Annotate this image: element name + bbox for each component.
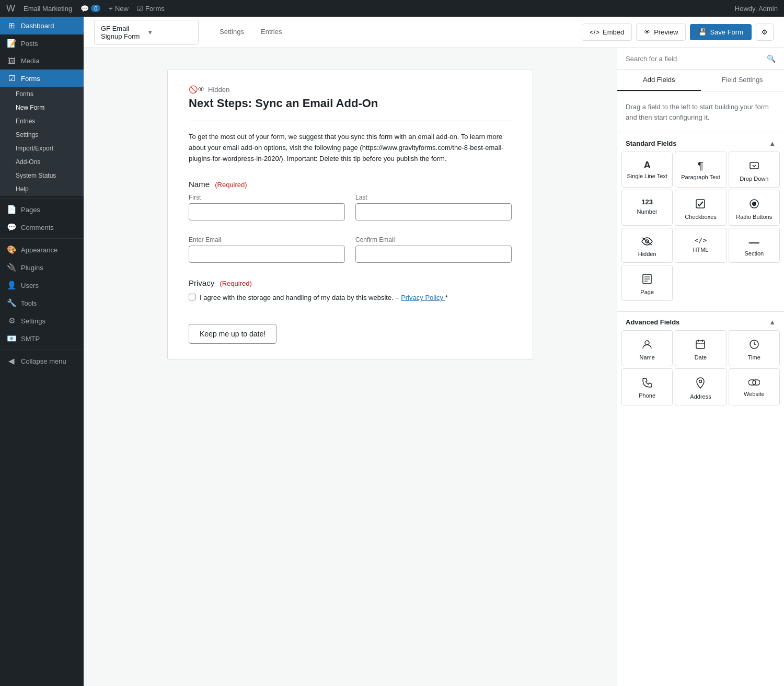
toolbar-actions: </> Embed 👁 Preview 💾 Save Form ⚙ <box>582 24 774 41</box>
sidebar-item-pages[interactable]: 📄 Pages <box>0 201 84 218</box>
sidebar-item-label: Settings <box>21 317 45 325</box>
forms-icon: ☑ <box>6 74 17 83</box>
field-card-adv-website[interactable]: Website <box>729 368 780 405</box>
sidebar-item-settings[interactable]: ⚙ Settings <box>0 312 84 330</box>
adv-time-icon <box>749 339 759 351</box>
field-card-single-line-text[interactable]: A Single Line Text <box>621 152 673 188</box>
adminbar-comments[interactable]: 💬 0 <box>80 5 100 13</box>
field-card-section[interactable]: — Section <box>729 228 780 263</box>
chevron-down-icon: ▾ <box>148 28 192 36</box>
adminbar-forms[interactable]: ☑ Forms <box>137 5 165 13</box>
first-name-field: First <box>189 194 345 220</box>
first-name-input[interactable] <box>189 203 345 220</box>
media-icon: 🖼 <box>6 56 17 65</box>
checkboxes-icon <box>695 199 706 211</box>
field-card-page[interactable]: Page <box>621 265 673 301</box>
tab-add-fields[interactable]: Add Fields <box>617 69 701 91</box>
submenu-import-export[interactable]: Import/Export <box>0 142 84 155</box>
submenu-settings[interactable]: Settings <box>0 128 84 142</box>
field-search-input[interactable] <box>626 55 763 63</box>
sidebar-item-users[interactable]: 👤 Users <box>0 276 84 294</box>
advanced-fields-toggle[interactable]: ▲ <box>769 318 776 326</box>
toolbar-link-entries[interactable]: Entries <box>252 24 290 41</box>
drop-down-icon <box>749 160 759 172</box>
email-field-group: Enter Email Confirm Email <box>189 236 512 263</box>
privacy-policy-link[interactable]: Privacy Policy <box>401 294 445 301</box>
wp-logo: W <box>6 3 15 14</box>
field-card-adv-address[interactable]: Address <box>675 368 726 405</box>
advanced-fields-header: Advanced Fields ▲ <box>617 311 784 330</box>
adv-website-icon <box>748 377 760 388</box>
confirm-email-label: Confirm Email <box>355 236 512 243</box>
adminbar-site-name[interactable]: Email Marketing <box>24 5 72 13</box>
panel-tabs: Add Fields Field Settings <box>617 69 784 91</box>
smtp-icon: 📧 <box>6 334 17 343</box>
fields-panel: 🔍 Add Fields Field Settings Drag a field… <box>617 48 784 686</box>
sidebar-collapse[interactable]: ◀ Collapse menu <box>0 352 84 370</box>
svg-rect-1 <box>696 200 705 208</box>
form-selector-dropdown[interactable]: GF Email Signup Form ▾ <box>94 20 199 45</box>
field-card-adv-date[interactable]: Date <box>675 330 726 366</box>
preview-button[interactable]: 👁 Preview <box>636 24 686 41</box>
submenu-addons[interactable]: Add-Ons <box>0 155 84 169</box>
sidebar-item-appearance[interactable]: 🎨 Appearance <box>0 241 84 259</box>
name-field-label: Name (Required) <box>189 180 512 189</box>
field-card-adv-time[interactable]: Time <box>729 330 780 366</box>
single-line-text-icon: A <box>644 160 651 170</box>
gear-icon: ⚙ <box>762 28 768 36</box>
submenu-entries[interactable]: Entries <box>0 114 84 128</box>
sidebar-item-forms[interactable]: ☑ Forms <box>0 69 84 87</box>
submenu-help[interactable]: Help <box>0 182 84 196</box>
field-card-drop-down[interactable]: Drop Down <box>729 152 780 188</box>
embed-button[interactable]: </> Embed <box>582 24 632 41</box>
sidebar-item-label: Comments <box>21 224 54 231</box>
field-card-html[interactable]: </> HTML <box>675 228 726 263</box>
form-settings-button[interactable]: ⚙ <box>756 24 774 41</box>
standard-fields-grid: A Single Line Text ¶ Paragraph Text Drop… <box>617 152 784 301</box>
submenu-new-form-label: New Form <box>16 104 44 111</box>
sidebar-item-media[interactable]: 🖼 Media <box>0 52 84 69</box>
advanced-fields-grid: Name Date Time <box>617 330 784 405</box>
name-required-badge: (Required) <box>215 181 247 189</box>
comment-count-badge: 0 <box>91 5 100 12</box>
adminbar-new[interactable]: + New <box>109 5 129 13</box>
form-description: To get the most out of your form, we sug… <box>189 132 512 164</box>
toolbar-link-settings[interactable]: Settings <box>211 24 252 41</box>
submenu-system-status[interactable]: System Status <box>0 169 84 182</box>
sidebar-item-comments[interactable]: 💬 Comments <box>0 218 84 236</box>
last-name-input[interactable] <box>355 203 512 220</box>
last-name-field: Last <box>355 194 512 220</box>
field-card-adv-phone[interactable]: Phone <box>621 368 673 405</box>
confirm-email-input[interactable] <box>355 246 512 263</box>
field-card-radio-buttons[interactable]: Radio Buttons <box>729 190 780 226</box>
enter-email-input[interactable] <box>189 246 345 263</box>
sidebar-item-label: Posts <box>21 40 38 48</box>
field-card-number[interactable]: 123 Number <box>621 190 673 226</box>
field-card-checkboxes[interactable]: Checkboxes <box>675 190 726 226</box>
form-divider <box>189 121 512 121</box>
sidebar-item-tools[interactable]: 🔧 Tools <box>0 294 84 312</box>
submenu-new-form[interactable]: New Form <box>0 101 84 114</box>
standard-fields-section: Standard Fields ▲ A Single Line Text ¶ P… <box>617 133 784 309</box>
adv-phone-icon <box>642 377 652 389</box>
submenu-entries-label: Entries <box>16 118 35 125</box>
sidebar-item-dashboard[interactable]: ⊞ Dashboard <box>0 17 84 34</box>
field-card-adv-name[interactable]: Name <box>621 330 673 366</box>
svg-rect-0 <box>750 162 758 169</box>
field-card-paragraph-text[interactable]: ¶ Paragraph Text <box>675 152 726 188</box>
tools-icon: 🔧 <box>6 298 17 308</box>
submenu-forms-root[interactable]: Forms <box>0 87 84 101</box>
sidebar-item-label: Appearance <box>21 246 57 254</box>
adv-date-icon <box>695 339 706 351</box>
submit-button[interactable]: Keep me up to date! <box>189 324 276 344</box>
sidebar-item-posts[interactable]: 📝 Posts <box>0 34 84 52</box>
sidebar-item-plugins[interactable]: 🔌 Plugins <box>0 259 84 276</box>
form-selector-name: GF Email Signup Form <box>101 25 144 40</box>
name-field: Name (Required) First Last <box>189 180 512 220</box>
standard-fields-toggle[interactable]: ▲ <box>769 139 776 147</box>
tab-field-settings[interactable]: Field Settings <box>701 69 785 91</box>
save-form-button[interactable]: 💾 Save Form <box>690 24 752 40</box>
privacy-checkbox[interactable] <box>189 294 195 300</box>
field-card-hidden[interactable]: Hidden <box>621 228 673 263</box>
sidebar-item-smtp[interactable]: 📧 SMTP <box>0 330 84 347</box>
